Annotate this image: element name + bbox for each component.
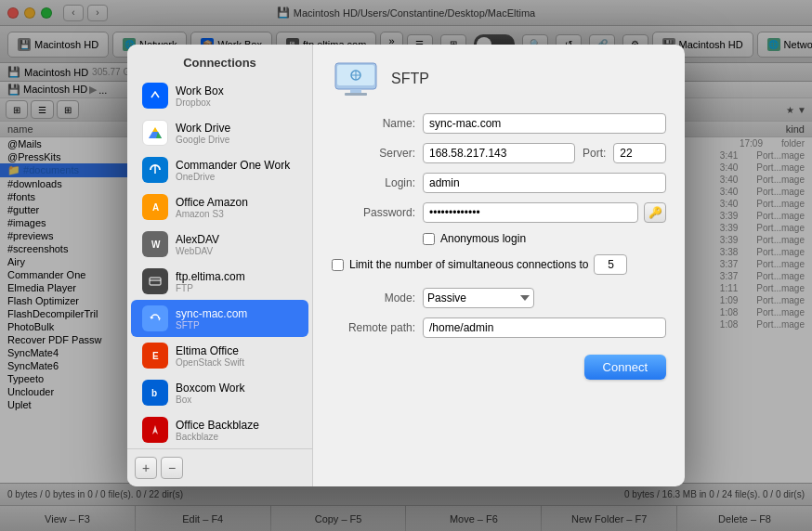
anonymous-row: Anonymous login [332, 232, 666, 245]
name-row: Name: [332, 113, 666, 134]
remote-path-row: Remote path: [332, 317, 666, 338]
remove-connection-button[interactable]: − [161, 457, 183, 479]
connection-form: SFTP Name: Server: Port: Login: [313, 45, 685, 486]
name-input[interactable] [423, 113, 666, 134]
conn-sidebar-footer: + − [127, 448, 312, 486]
svg-rect-0 [148, 88, 163, 103]
port-label: Port: [583, 147, 606, 160]
mode-select[interactable]: Passive Active [423, 288, 534, 308]
sidebar-item-backblaze[interactable]: Office Backblaze Backblaze [131, 411, 308, 448]
commander-conn-icon [142, 157, 168, 183]
name-label: Name: [332, 117, 415, 130]
svg-text:W: W [151, 240, 161, 250]
login-label: Login: [332, 176, 415, 189]
svg-text:A: A [152, 202, 159, 213]
eltima-office-conn-icon: E [142, 343, 168, 369]
sidebar-item-boxcom[interactable]: b Boxcom Work Box [131, 374, 308, 411]
svg-rect-17 [350, 89, 361, 93]
sidebar-item-amazon[interactable]: A Office Amazon Amazon S3 [131, 188, 308, 226]
workdrive-conn-icon [142, 120, 168, 146]
boxcom-conn-icon: b [142, 380, 168, 406]
mode-label: Mode: [332, 291, 415, 304]
add-connection-button[interactable]: + [135, 457, 157, 479]
password-label: Password: [332, 206, 415, 219]
limit-input[interactable] [594, 254, 627, 275]
modal-overlay: Connections Work Box Dropbox Work Drive [0, 0, 812, 531]
port-input[interactable] [613, 143, 666, 163]
workbox-conn-icon [142, 83, 168, 109]
svg-rect-18 [345, 93, 367, 96]
backblaze-conn-icon [142, 417, 168, 443]
remote-path-input[interactable] [423, 317, 666, 338]
sidebar-item-syncmac[interactable]: sync-mac.com SFTP [131, 300, 308, 337]
limit-checkbox[interactable] [332, 259, 344, 271]
syncmac-conn-icon [142, 305, 168, 331]
password-row: Password: 🔑 [332, 202, 666, 223]
connections-title: Connections [127, 45, 312, 77]
amazon-conn-icon: A [142, 194, 168, 220]
sidebar-item-alexdav[interactable]: W AlexDAV WebDAV [131, 226, 308, 263]
alexdav-conn-icon: W [142, 231, 168, 257]
sidebar-item-eltima[interactable]: ftp.eltima.com FTP [131, 263, 308, 300]
sftp-icon [332, 59, 380, 98]
connections-sidebar: Connections Work Box Dropbox Work Drive [127, 45, 313, 486]
conn-form-header: SFTP [332, 59, 666, 98]
limit-label: Limit the number of simultaneous connect… [349, 258, 588, 271]
password-input[interactable] [423, 202, 638, 223]
svg-text:b: b [151, 388, 157, 398]
eltima-conn-icon [142, 268, 168, 294]
login-row: Login: [332, 173, 666, 193]
mode-row: Mode: Passive Active [332, 288, 666, 308]
sidebar-item-eltima-office[interactable]: E Eltima Office OpenStack Swift [131, 337, 308, 374]
sidebar-item-commander[interactable]: Commander One Work OneDrive [131, 151, 308, 188]
key-button[interactable]: 🔑 [644, 202, 666, 223]
connect-button[interactable]: Connect [584, 355, 666, 380]
login-input[interactable] [423, 173, 666, 193]
server-input[interactable] [423, 143, 575, 163]
remote-path-label: Remote path: [332, 321, 415, 334]
sidebar-item-workdrive[interactable]: Work Drive Google Drive [131, 114, 308, 151]
anonymous-label: Anonymous login [440, 232, 526, 245]
connections-modal: Connections Work Box Dropbox Work Drive [127, 45, 685, 486]
anonymous-checkbox[interactable] [423, 233, 435, 245]
server-row: Server: Port: [332, 143, 666, 163]
sidebar-item-workbox[interactable]: Work Box Dropbox [131, 77, 308, 114]
limit-row: Limit the number of simultaneous connect… [332, 254, 666, 275]
server-label: Server: [332, 147, 415, 160]
svg-text:E: E [152, 351, 159, 361]
